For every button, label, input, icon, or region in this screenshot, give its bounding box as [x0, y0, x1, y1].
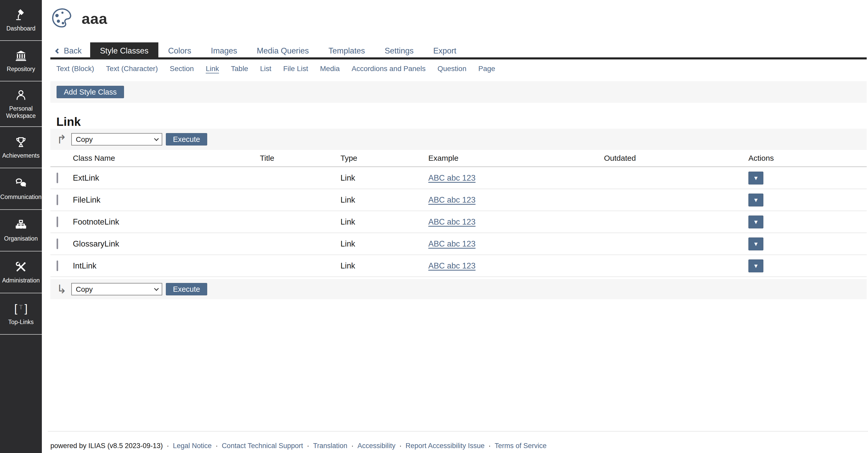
subtab-accordions-and-panels[interactable]: Accordions and Panels [346, 65, 431, 73]
sidebar-item-organisation[interactable]: Organisation [0, 210, 42, 251]
page-header: aaa [51, 7, 107, 29]
row-checkbox[interactable] [57, 239, 58, 249]
example-link[interactable]: ABC abc 123 [428, 217, 475, 227]
palette-icon [51, 7, 72, 29]
tab-back-label: Back [64, 46, 82, 56]
table-row: GlossaryLink Link ABC abc 123 ▼ [51, 233, 867, 255]
row-checkbox[interactable] [57, 194, 58, 205]
subtab-text-block[interactable]: Text (Block) [51, 65, 100, 73]
toolbar: Add Style Class [51, 81, 867, 103]
subtab-file-list[interactable]: File List [277, 65, 314, 73]
tab-colors[interactable]: Colors [158, 42, 201, 59]
table-header-row: Class Name Title Type Example Outdated A… [51, 150, 867, 167]
row-checkbox[interactable] [57, 173, 58, 183]
person-icon [15, 88, 27, 102]
row-checkbox[interactable] [57, 216, 58, 227]
sidebar-item-achievements[interactable]: Achievements [0, 127, 42, 168]
powered-by-text: powered by ILIAS (v8.5 2023-09-13) [51, 442, 163, 450]
main-sidebar: Dashboard Repository Personal Workspace [0, 0, 42, 453]
cell-class-name: ExtLink [73, 173, 260, 183]
trophy-icon [15, 135, 27, 149]
sidebar-item-personal-workspace[interactable]: Personal Workspace [0, 82, 42, 127]
branch-arrow-down-icon: ↳ [57, 283, 67, 295]
section-heading: Link [56, 115, 81, 129]
caret-down-icon: ▼ [754, 219, 757, 224]
subtab-media[interactable]: Media [314, 65, 346, 73]
subtab-link[interactable]: Link [200, 65, 225, 73]
row-checkbox[interactable] [57, 261, 58, 271]
table-row: IntLink Link ABC abc 123 ▼ [51, 255, 867, 277]
tab-settings[interactable]: Settings [375, 42, 424, 59]
page-footer: powered by ILIAS (v8.5 2023-09-13) · Leg… [48, 431, 868, 450]
tab-back[interactable]: Back [51, 42, 90, 59]
row-actions-dropdown-button[interactable]: ▼ [748, 215, 764, 229]
chat-icon [15, 177, 27, 190]
bulk-action-select-bottom[interactable]: Copy [71, 283, 162, 295]
orgchart-icon [15, 218, 27, 232]
footer-link-legal-notice[interactable]: Legal Notice [173, 442, 212, 450]
bulk-action-bar-top: ↱ Copy Execute [51, 129, 867, 150]
lamp-icon [15, 8, 27, 22]
cell-class-name: FootnoteLink [73, 217, 260, 227]
sidebar-item-repository[interactable]: Repository [0, 41, 42, 82]
footer-link-accessibility[interactable]: Accessibility [358, 442, 396, 450]
bulk-action-select-top[interactable]: Copy [71, 133, 162, 146]
cell-type: Link [340, 239, 428, 249]
table-row: ExtLink Link ABC abc 123 ▼ [51, 167, 867, 189]
row-actions-dropdown-button[interactable]: ▼ [748, 172, 764, 184]
sidebar-item-dashboard[interactable]: Dashboard [0, 0, 42, 41]
sidebar-item-label: Achievements [2, 152, 39, 159]
subtab-question[interactable]: Question [431, 65, 472, 73]
cell-type: Link [340, 261, 428, 271]
table-row: FootnoteLink Link ABC abc 123 ▼ [51, 211, 867, 233]
cell-type: Link [340, 217, 428, 227]
header-example: Example [428, 154, 604, 162]
example-link[interactable]: ABC abc 123 [428, 261, 475, 270]
example-link[interactable]: ABC abc 123 [428, 239, 475, 248]
caret-down-icon: ▼ [754, 198, 757, 203]
sidebar-filler [0, 335, 42, 453]
execute-button-top[interactable]: Execute [166, 133, 208, 146]
tab-templates[interactable]: Templates [319, 42, 375, 59]
caret-down-icon: ▼ [754, 176, 757, 181]
sidebar-item-communication[interactable]: Communication [0, 168, 42, 210]
cell-type: Link [340, 195, 428, 205]
main-content: aaa Back Style Classes Colors Images Med… [42, 0, 868, 453]
tabbar: Back Style Classes Colors Images Media Q… [42, 42, 868, 59]
row-actions-dropdown-button[interactable]: ▼ [748, 193, 764, 207]
subtab-text-character[interactable]: Text (Character) [100, 65, 164, 73]
header-class-name: Class Name [73, 154, 260, 162]
footer-link-contact-technical-support[interactable]: Contact Technical Support [222, 442, 303, 450]
chevron-left-icon [55, 48, 60, 54]
tab-media-queries[interactable]: Media Queries [247, 42, 319, 59]
tab-style-classes[interactable]: Style Classes [90, 42, 158, 59]
tab-export[interactable]: Export [424, 42, 466, 59]
footer-link-report-accessibility-issue[interactable]: Report Accessibility Issue [406, 442, 485, 450]
header-title: Title [260, 154, 340, 162]
execute-button-bottom[interactable]: Execute [166, 283, 208, 295]
bank-icon [15, 49, 27, 62]
add-style-class-button[interactable]: Add Style Class [57, 86, 124, 98]
subtab-section[interactable]: Section [164, 65, 200, 73]
sidebar-item-label: Personal Workspace [2, 105, 40, 119]
tools-icon [15, 260, 27, 274]
caret-down-icon: ▼ [754, 241, 757, 246]
style-class-table: Class Name Title Type Example Outdated A… [51, 150, 867, 277]
sidebar-item-label: Organisation [4, 235, 38, 242]
example-link[interactable]: ABC abc 123 [428, 195, 475, 204]
row-actions-dropdown-button[interactable]: ▼ [748, 238, 764, 250]
subtab-list[interactable]: List [254, 65, 277, 73]
row-actions-dropdown-button[interactable]: ▼ [748, 260, 764, 272]
sidebar-item-top-links[interactable]: [T] Top-Links [0, 293, 42, 335]
footer-link-translation[interactable]: Translation [313, 442, 347, 450]
sidebar-item-administration[interactable]: Administration [0, 251, 42, 293]
bulk-action-bar-bottom: ↳ Copy Execute [51, 279, 867, 299]
subtab-page[interactable]: Page [472, 65, 501, 73]
subtabs: Text (Block) Text (Character) Section Li… [51, 63, 501, 74]
example-link[interactable]: ABC abc 123 [428, 173, 475, 182]
header-outdated: Outdated [604, 154, 748, 162]
subtab-table[interactable]: Table [225, 65, 254, 73]
footer-link-terms-of-service[interactable]: Terms of Service [495, 442, 547, 450]
brackets-icon: [T] [14, 302, 27, 315]
tab-images[interactable]: Images [201, 42, 247, 59]
